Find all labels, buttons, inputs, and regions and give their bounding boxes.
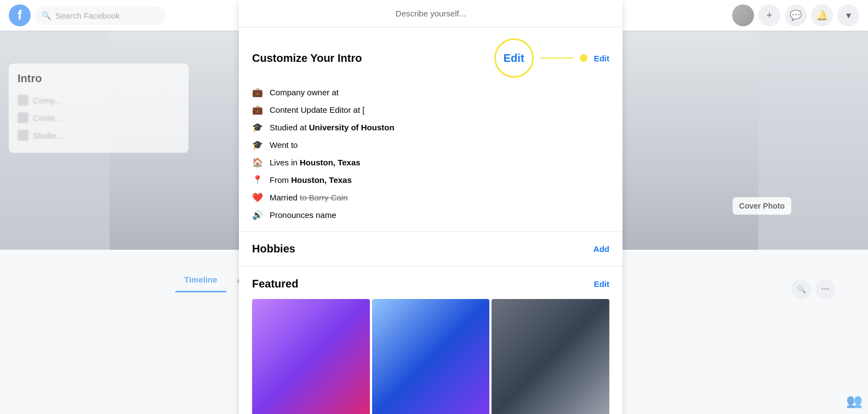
hobbies-title: Hobbies (252, 243, 295, 255)
hobbies-section: Hobbies Add (239, 232, 623, 267)
info-pronounces-text: Pronounces name (270, 210, 336, 220)
featured-image-2-inner (372, 299, 490, 414)
info-item-married: ❤️ Married to Barry Cain (252, 192, 609, 203)
featured-section: Featured Edit (239, 267, 623, 414)
customize-intro-header: Customize Your Intro Edit Edit (252, 38, 609, 78)
customize-intro-title: Customize Your Intro (252, 52, 362, 65)
featured-image-1-inner (252, 299, 370, 414)
briefcase-icon-1: 💼 (252, 87, 263, 97)
lives-in-bold: Houston, Texas (300, 158, 361, 167)
info-lives-in-text: Lives in Houston, Texas (270, 158, 361, 167)
featured-image-1[interactable] (252, 299, 370, 414)
featured-header: Featured Edit (252, 278, 609, 290)
info-item-went-to: 🎓 Went to (252, 139, 609, 150)
featured-edit-button[interactable]: Edit (594, 279, 609, 289)
featured-grid (252, 299, 609, 414)
featured-image-2[interactable] (372, 299, 490, 414)
featured-image-3-inner (492, 299, 609, 414)
hobbies-add-button[interactable]: Add (593, 244, 609, 254)
info-item-company: 💼 Company owner at (252, 87, 609, 97)
info-item-studied: 🎓 Studied at University of Houston (252, 122, 609, 133)
info-went-to-text: Went to (270, 140, 346, 150)
info-studied-text: Studied at University of Houston (270, 123, 395, 132)
home-icon: 🏠 (252, 157, 263, 168)
studied-bold: University of Houston (309, 123, 395, 132)
info-item-content-editor: 💼 Content Update Editor at [ (252, 104, 609, 115)
info-item-pronounces: 🔊 Pronounces name (252, 209, 609, 220)
sound-icon: 🔊 (252, 209, 263, 220)
info-married-text: Married to Barry Cain (270, 193, 348, 202)
graduation-icon-2: 🎓 (252, 139, 263, 150)
describe-yourself-bar: Describe yourself... (239, 0, 623, 27)
info-company-text: Company owner at (270, 88, 339, 97)
heart-icon: ❤️ (252, 192, 263, 203)
annotation-dot (580, 54, 587, 62)
customize-intro-edit-button[interactable]: Edit (594, 54, 609, 63)
hobbies-header: Hobbies Add (252, 243, 609, 255)
customize-intro-section: Customize Your Intro Edit Edit 💼 Company… (239, 27, 623, 232)
edit-annotation: Edit Edit (494, 38, 609, 78)
from-bold: Houston, Texas (291, 175, 352, 185)
info-content-editor-text: Content Update Editor at [ (270, 105, 364, 114)
married-name: to Barry Cain (300, 193, 348, 202)
describe-placeholder-text: Describe yourself... (396, 9, 466, 18)
edit-circle-annotation: Edit (494, 38, 534, 78)
location-icon: 📍 (252, 174, 263, 185)
customize-intro-modal: Describe yourself... Customize Your Intr… (239, 0, 623, 414)
intro-info-list: 💼 Company owner at 💼 Content Update Edit… (252, 87, 609, 220)
annotation-line (540, 58, 573, 59)
briefcase-icon-2: 💼 (252, 104, 263, 115)
graduation-icon-1: 🎓 (252, 122, 263, 133)
info-from-text: From Houston, Texas (270, 175, 352, 185)
featured-image-3[interactable] (492, 299, 609, 414)
info-item-from: 📍 From Houston, Texas (252, 174, 609, 185)
edit-circle-label: Edit (504, 52, 524, 65)
featured-title: Featured (252, 278, 298, 290)
info-item-lives-in: 🏠 Lives in Houston, Texas (252, 157, 609, 168)
